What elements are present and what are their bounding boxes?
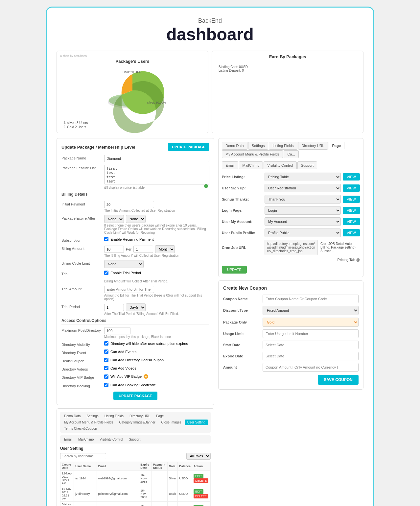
billing-amount-input[interactable] [104,246,124,253]
trial-row: Trial Enable Trial Period [61,271,209,276]
user-tab-directory-url[interactable]: Directory URL [127,413,153,419]
view-btn[interactable]: VIEW [343,218,360,225]
max-post-label: Maximum Post/Directory [61,327,104,332]
update-package-panel: Update Package / Membership Level UPDATE… [57,138,214,405]
tab-email[interactable]: Email [222,161,238,169]
dir-booking-check-label: Can Add Booking Shortcode [110,383,156,387]
feature-hint: it'll display on price list table [104,186,209,189]
user-tab-settings[interactable]: Settings [84,413,101,419]
deals-coupon-checkbox[interactable] [104,358,108,362]
tab-settings[interactable]: Settings [248,142,268,150]
user-table: Create Date User Name Email Expiry Date … [60,462,211,506]
edit-btn[interactable]: EDIT [194,505,204,506]
view-btn[interactable]: VIEW [343,184,360,192]
page-field-select[interactable]: User Registration [265,184,341,192]
user-tab-user-setting[interactable]: User Setting [185,420,208,425]
subscription-row: Subscription Enable Recurring Payment [61,237,209,243]
trial-checkbox[interactable] [104,271,108,275]
dir-vip-checkbox[interactable] [104,374,108,379]
user-settings-panel: Demo Data Settings Listing Fields Direct… [57,408,214,506]
update-btn[interactable]: UPDATE [222,266,247,274]
trial-amount-input[interactable] [104,286,154,293]
package-only-select[interactable]: Gold Silver Basic [263,318,359,327]
dir-videos-checkbox[interactable] [104,366,108,370]
user-tab-email[interactable]: Email [61,437,75,442]
initial-payment-input[interactable] [104,201,154,208]
header-title: dashboard [57,24,363,44]
view-btn[interactable]: VIEW [343,229,360,236]
search-user-input[interactable] [60,453,106,459]
tab-mailchimp[interactable]: MailChimp [239,161,263,169]
user-tab-mailchimp[interactable]: MailChimp [76,437,96,442]
delete-btn[interactable]: DELETE [194,494,208,498]
page-field-select[interactable]: Pricing Table [265,173,341,181]
user-tab-terms[interactable]: Terms Check&Coupon [61,426,100,431]
tab-directory-url[interactable]: Directory URL [298,142,328,150]
page-field-select[interactable]: Profile Public [265,229,341,237]
trial-period-input[interactable] [104,304,124,311]
col-balance: Balance [178,462,192,471]
user-tab-support[interactable]: Support [126,437,143,442]
amount-input[interactable] [263,363,359,372]
user-tab-my-account[interactable]: My Account Menu & Profile Fields [61,420,116,425]
billing-cycle-select[interactable]: None [104,260,144,268]
dir-booking-row: Directory Booking Can Add Booking Shortc… [61,383,209,388]
start-date-input[interactable] [263,341,359,349]
coupon-name-input[interactable] [263,295,359,303]
page-field-label: Price Listing: [222,175,265,179]
deals-coupon-label: Deals/Coupon [61,358,104,363]
dir-event-checkbox[interactable] [104,349,108,354]
user-tab-listing-fields[interactable]: Listing Fields [102,413,126,419]
tab-page[interactable]: Page [329,142,344,150]
view-btn[interactable]: VIEW [343,207,360,214]
package-header-row: Update Package / Membership Level UPDATE… [61,143,209,151]
expire-select-1[interactable]: None [104,215,124,223]
page-field-select[interactable]: My Account [265,217,341,226]
user-tab-category[interactable]: Category Image&Banner [117,420,158,425]
start-date-row: Start Date [223,341,359,349]
tab-ca[interactable]: Ca... [284,150,298,158]
save-coupon-btn[interactable]: SAVE COUPON [318,375,359,385]
update-package-btn-bottom[interactable]: UPDATE PACKAGE [113,392,157,400]
update-package-btn-top[interactable]: UPDATE PACKAGE [168,143,209,151]
dir-event-label: Directory Event [61,349,104,355]
pie-chart-container: Gold: 20.00% silver: 60.00% [60,66,205,119]
trial-period-unit-select[interactable]: Day(s) [126,303,146,311]
subscription-checkbox[interactable] [104,237,108,241]
user-tab-page[interactable]: Page [153,413,166,419]
tab-visibility[interactable]: Visibility Control [264,161,296,169]
tab-listing-fields[interactable]: Listing Fields [269,142,297,150]
page-field-select[interactable]: Thank You [265,195,341,204]
user-tab-close-images[interactable]: Close Images [159,420,184,425]
initial-payment-row: Initial Payment The Initial Amount Colle… [61,201,209,212]
tab-support[interactable]: Support [297,161,317,169]
view-btn[interactable]: VIEW [343,173,360,181]
tab-demo-data[interactable]: Demo Data [222,142,247,150]
package-name-row: Package Name [61,155,209,162]
month-unit-select[interactable]: Month(s) [155,245,175,253]
panel-left: Update Package / Membership Level UPDATE… [57,138,214,506]
discount-type-select[interactable]: Fixed Amount Percentage [263,306,359,315]
roles-select[interactable]: All Roles [186,453,211,460]
usage-limit-input[interactable] [263,329,359,338]
svg-text:silver: 60.00%: silver: 60.00% [147,101,166,104]
dir-booking-checkbox[interactable] [104,383,108,387]
user-tab-demo-data[interactable]: Demo Data [61,413,83,419]
max-post-input[interactable] [104,327,130,334]
max-post-hint: Maximum post by this package, Blank is n… [104,335,209,339]
expire-select-2[interactable]: None [126,215,146,223]
header-section: BackEnd dashboard [57,17,363,44]
tab-my-account[interactable]: My Account Menu & Profile Fields [222,150,283,158]
view-btn[interactable]: VIEW [343,196,360,203]
dir-visibility-checkbox[interactable] [104,341,108,346]
edit-btn[interactable]: EDIT [194,474,204,478]
month-value-input[interactable] [133,246,153,253]
initial-hint: The Initial Amount Collected at User Reg… [104,209,209,212]
expire-date-input[interactable] [263,352,359,360]
edit-btn[interactable]: EDIT [194,489,204,494]
package-name-input[interactable] [104,155,209,162]
package-feature-textarea[interactable]: first test test last [104,165,209,184]
page-field-select[interactable]: Login [265,206,341,215]
user-tab-visibility[interactable]: Visibility Control [97,437,126,442]
delete-btn[interactable]: DELETE [194,478,208,483]
